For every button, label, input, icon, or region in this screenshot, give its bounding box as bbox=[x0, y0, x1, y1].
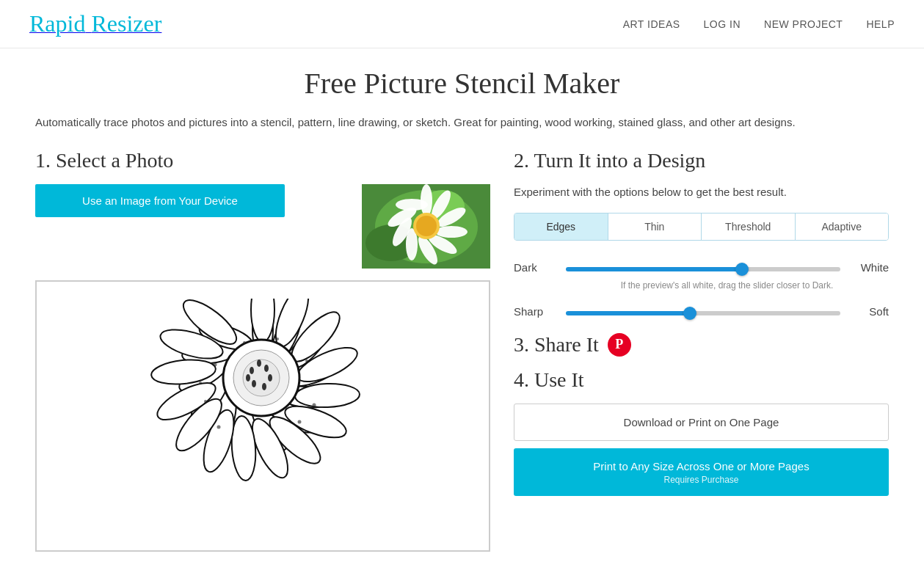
svg-point-62 bbox=[276, 337, 279, 340]
experiment-text: Experiment with the options below to get… bbox=[514, 184, 889, 201]
share-header: 3. Share It P bbox=[514, 333, 889, 357]
print-btn-main-label: Print to Any Size Across One or More Pag… bbox=[593, 460, 809, 472]
sharp-slider-row: Sharp Soft bbox=[514, 305, 889, 318]
svg-point-54 bbox=[214, 363, 217, 367]
svg-point-60 bbox=[199, 382, 202, 384]
nav-log-in[interactable]: LOG IN bbox=[704, 18, 741, 30]
nav-art-ideas[interactable]: ART IDEAS bbox=[623, 18, 680, 30]
tab-thin[interactable]: Thin bbox=[608, 213, 702, 240]
tab-threshold[interactable]: Threshold bbox=[701, 213, 795, 240]
svg-point-58 bbox=[313, 404, 316, 407]
svg-point-59 bbox=[243, 341, 246, 344]
svg-point-52 bbox=[262, 383, 266, 390]
logo-rapid: Rapid bbox=[29, 10, 85, 37]
select-photo-area: Use an Image from Your Device bbox=[35, 184, 490, 269]
soft-label: Soft bbox=[852, 305, 889, 318]
logo[interactable]: Rapid Resizer bbox=[29, 10, 161, 37]
sharp-slider[interactable] bbox=[566, 311, 840, 315]
print-btn-sub-label: Requires Purchase bbox=[524, 474, 878, 486]
svg-point-49 bbox=[257, 360, 261, 367]
print-button[interactable]: Print to Any Size Across One or More Pag… bbox=[514, 448, 889, 497]
tab-adaptive[interactable]: Adaptive bbox=[795, 213, 889, 240]
svg-point-48 bbox=[264, 365, 269, 372]
photo-svg bbox=[362, 184, 490, 269]
share-section: 3. Share It P bbox=[514, 333, 889, 357]
stencil-drawing bbox=[145, 299, 380, 533]
svg-point-51 bbox=[252, 380, 256, 387]
sharp-label: Sharp bbox=[514, 305, 554, 318]
nav-help[interactable]: HELP bbox=[866, 18, 895, 30]
dark-slider-wrap bbox=[566, 261, 840, 274]
main-content: Free Picture Stencil Maker Automatically… bbox=[0, 48, 924, 573]
stencil-preview bbox=[35, 280, 490, 552]
svg-point-13 bbox=[396, 199, 428, 211]
page-description: Automatically trace photos and pictures … bbox=[35, 114, 843, 131]
dark-slider[interactable] bbox=[566, 267, 840, 271]
design-tabs: Edges Thin Threshold Adaptive bbox=[514, 213, 889, 241]
svg-point-15 bbox=[416, 216, 437, 236]
page-title: Free Picture Stencil Maker bbox=[35, 66, 889, 101]
select-controls: Use an Image from Your Device bbox=[35, 184, 347, 217]
svg-point-56 bbox=[217, 426, 221, 429]
nav-new-project[interactable]: NEW PROJECT bbox=[764, 18, 843, 30]
svg-point-47 bbox=[250, 367, 254, 374]
slider-hint: If the preview's all white, drag the sli… bbox=[514, 280, 889, 291]
use-it-section: 4. Use It Download or Print on One Page … bbox=[514, 368, 889, 497]
svg-point-50 bbox=[268, 374, 272, 382]
svg-point-7 bbox=[435, 226, 468, 238]
use-image-button[interactable]: Use an Image from Your Device bbox=[35, 184, 285, 217]
photo-preview bbox=[362, 184, 490, 269]
left-column: 1. Select a Photo Use an Image from Your… bbox=[35, 149, 490, 552]
step4-header: 4. Use It bbox=[514, 368, 889, 392]
right-column: 2. Turn It into a Design Experiment with… bbox=[514, 149, 889, 496]
svg-point-53 bbox=[246, 374, 250, 382]
navbar: Rapid Resizer ART IDEAS LOG IN NEW PROJE… bbox=[0, 0, 924, 48]
nav-links: ART IDEAS LOG IN NEW PROJECT HELP bbox=[623, 18, 895, 30]
sharp-slider-wrap bbox=[566, 305, 840, 318]
tab-edges[interactable]: Edges bbox=[514, 213, 608, 240]
svg-point-61 bbox=[298, 420, 302, 424]
download-button[interactable]: Download or Print on One Page bbox=[514, 404, 889, 441]
svg-point-57 bbox=[305, 360, 308, 362]
step3-header: 3. Share It bbox=[514, 333, 599, 357]
content-columns: 1. Select a Photo Use an Image from Your… bbox=[35, 149, 889, 552]
pinterest-p: P bbox=[615, 337, 623, 352]
dark-label: Dark bbox=[514, 261, 554, 274]
white-label: White bbox=[852, 261, 889, 274]
step1-header: 1. Select a Photo bbox=[35, 149, 490, 172]
svg-point-55 bbox=[204, 400, 207, 403]
dark-slider-row: Dark White bbox=[514, 261, 889, 274]
pinterest-button[interactable]: P bbox=[608, 333, 631, 357]
step2-header: 2. Turn It into a Design bbox=[514, 149, 889, 172]
logo-resizer: Resizer bbox=[91, 10, 161, 37]
